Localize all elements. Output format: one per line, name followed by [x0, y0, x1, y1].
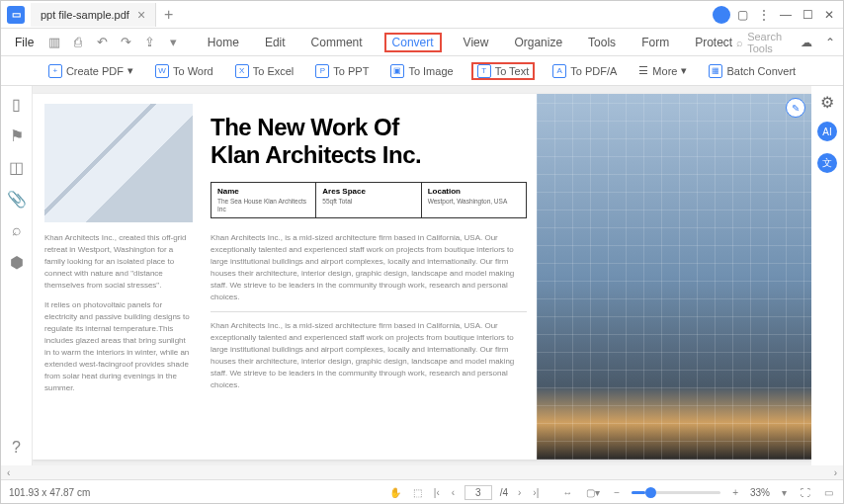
comment-badge-icon[interactable]: ✎: [786, 98, 805, 118]
info-table: NameThe Sea House Klan Architects Inc Ar…: [211, 182, 527, 218]
tab-edit[interactable]: Edit: [261, 33, 290, 52]
fit-page-icon[interactable]: ▢▾: [584, 487, 602, 498]
page-dimensions: 101.93 x 47.87 cm: [9, 487, 90, 498]
save-icon[interactable]: ▥: [45, 34, 63, 51]
body-text: Khan Architects Inc., is a mid-sized arc…: [211, 320, 527, 391]
translate-badge-icon[interactable]: 文: [817, 153, 837, 173]
excel-icon: X: [235, 64, 249, 78]
search-tools[interactable]: ⌕ Search Tools: [736, 31, 792, 54]
print-icon[interactable]: ⎙: [69, 34, 87, 51]
fullscreen-icon[interactable]: ⛶: [799, 487, 812, 498]
tab-home[interactable]: Home: [204, 33, 243, 52]
page-number-input[interactable]: 3: [464, 485, 492, 500]
undo-icon[interactable]: ↶: [93, 34, 111, 51]
attachments-icon[interactable]: 📎: [9, 191, 25, 207]
scroll-right-icon[interactable]: ›: [834, 467, 837, 478]
read-mode-icon[interactable]: ▭: [822, 487, 835, 498]
to-ppt-button[interactable]: PTo PPT: [311, 62, 373, 80]
workspace: ▯ ⚑ ◫ 📎 ⌕ ⬢ ? Khan Architects Inc., crea…: [1, 86, 843, 465]
statusbar: 101.93 x 47.87 cm ✋ ⬚ |‹ ‹ 3 /4 › ›| ↔ ▢…: [1, 479, 843, 504]
redo-icon[interactable]: ↷: [117, 34, 134, 51]
pdfa-icon: A: [552, 64, 566, 78]
user-avatar[interactable]: [713, 6, 730, 24]
image-icon: ▣: [390, 64, 404, 78]
create-pdf-button[interactable]: +Create PDF▾: [44, 62, 137, 80]
settings-icon[interactable]: ⚙: [819, 94, 835, 110]
to-excel-button[interactable]: XTo Excel: [231, 62, 298, 80]
more-icon: ☰: [638, 64, 648, 77]
search-panel-icon[interactable]: ⌕: [9, 222, 25, 238]
search-icon: ⌕: [736, 37, 743, 48]
ai-badge-icon[interactable]: AI: [817, 122, 837, 141]
zoom-thumb[interactable]: [645, 487, 656, 498]
select-tool-icon[interactable]: ⬚: [411, 487, 424, 498]
to-image-button[interactable]: ▣To Image: [386, 62, 457, 80]
body-text: Khan Architects Inc., is a mid-sized arc…: [211, 232, 527, 303]
scroll-left-icon[interactable]: ‹: [7, 467, 10, 478]
ppt-icon: P: [315, 64, 329, 78]
tab-tools[interactable]: Tools: [584, 33, 620, 52]
body-text: It relies on photovoltaic panels for ele…: [44, 299, 193, 394]
tab-view[interactable]: View: [460, 33, 493, 52]
text-icon: T: [477, 64, 491, 78]
add-tab-button[interactable]: +: [156, 6, 181, 24]
document-hero-image: ✎: [537, 94, 811, 460]
pdf-page: Khan Architects Inc., created this off-g…: [33, 94, 811, 460]
batch-icon: ▦: [709, 64, 722, 78]
fit-width-icon[interactable]: ↔: [560, 487, 574, 498]
hand-tool-icon[interactable]: ✋: [387, 487, 403, 498]
first-page-button[interactable]: |‹: [432, 487, 442, 498]
to-word-button[interactable]: WTo Word: [151, 62, 217, 80]
collapse-ribbon-icon[interactable]: ⌃: [822, 33, 837, 52]
right-rail: ⚙ AI 文: [811, 86, 843, 465]
zoom-out-button[interactable]: −: [612, 487, 622, 498]
zoom-in-button[interactable]: +: [730, 487, 740, 498]
document-tab[interactable]: ppt file-sample.pdf ×: [31, 3, 156, 27]
tab-convert[interactable]: Convert: [384, 33, 442, 52]
next-page-button[interactable]: ›: [516, 487, 523, 498]
share-icon[interactable]: ⇪: [140, 34, 158, 51]
tab-protect[interactable]: Protect: [691, 33, 736, 52]
close-tab-icon[interactable]: ×: [137, 7, 145, 23]
prev-page-button[interactable]: ‹: [450, 487, 457, 498]
titlebar: ▭ ppt file-sample.pdf × + ▢ ⋮ — ☐ ✕: [1, 1, 843, 29]
chevron-down-icon: ▾: [127, 64, 133, 77]
file-menu[interactable]: File: [7, 34, 42, 51]
horizontal-scrollbar[interactable]: ‹ ›: [1, 465, 843, 479]
qat-more-icon[interactable]: ▾: [164, 34, 182, 51]
to-text-button[interactable]: TTo Text: [471, 62, 536, 80]
3d-icon[interactable]: ⬢: [9, 254, 25, 270]
word-icon: W: [155, 64, 169, 78]
window-restore-icon[interactable]: ▢: [732, 5, 752, 25]
page-navigator: ✋ ⬚ |‹ ‹ 3 /4 › ›|: [387, 485, 541, 500]
document-viewport[interactable]: Khan Architects Inc., created this off-g…: [33, 86, 811, 465]
left-rail: ▯ ⚑ ◫ 📎 ⌕ ⬢ ?: [1, 86, 33, 465]
zoom-slider[interactable]: [632, 491, 720, 494]
ribbon-tabs: Home Edit Comment Convert View Organize …: [204, 33, 736, 52]
chevron-down-icon[interactable]: ▾: [780, 487, 789, 498]
kebab-menu-icon[interactable]: ⋮: [754, 5, 774, 25]
tab-form[interactable]: Form: [637, 33, 673, 52]
layers-icon[interactable]: ◫: [9, 159, 25, 175]
batch-convert-button[interactable]: ▦Batch Convert: [705, 62, 800, 80]
document-image: [44, 104, 193, 222]
menubar: File ▥ ⎙ ↶ ↷ ⇪ ▾ Home Edit Comment Conve…: [1, 29, 843, 56]
zoom-level: 33%: [750, 487, 770, 498]
to-pdfa-button[interactable]: ATo PDF/A: [549, 62, 621, 80]
cloud-icon[interactable]: ☁: [800, 33, 814, 52]
maximize-button[interactable]: ☐: [798, 5, 817, 25]
more-button[interactable]: ☰More▾: [634, 62, 691, 79]
minimize-button[interactable]: —: [776, 5, 796, 25]
tab-organize[interactable]: Organize: [510, 33, 566, 52]
divider: [211, 311, 527, 312]
body-text: Khan Architects Inc., created this off-g…: [44, 232, 193, 292]
help-icon[interactable]: ?: [9, 440, 25, 456]
bookmarks-icon[interactable]: ⚑: [9, 127, 25, 143]
close-window-button[interactable]: ✕: [819, 5, 839, 25]
search-placeholder: Search Tools: [747, 31, 792, 54]
tab-comment[interactable]: Comment: [307, 33, 367, 52]
page-headline: The New Work Of Klan Architects Inc.: [211, 114, 527, 168]
thumbnails-icon[interactable]: ▯: [9, 96, 25, 112]
last-page-button[interactable]: ›|: [531, 487, 541, 498]
tab-title: ppt file-sample.pdf: [41, 9, 129, 21]
